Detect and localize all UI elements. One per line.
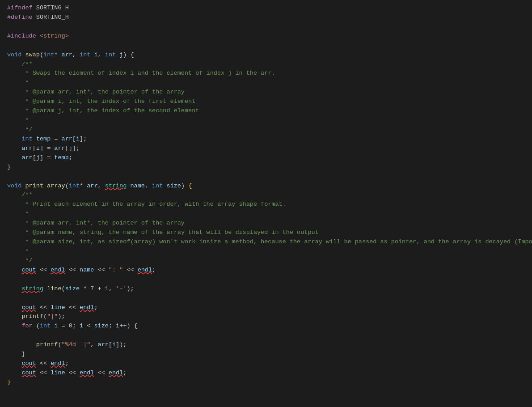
code-line-36 xyxy=(0,331,532,340)
code-line-12: * @param j, int, the index of the second… xyxy=(0,106,532,116)
code-line-10: * @param arr, int*, the pointer of the a… xyxy=(0,88,532,97)
code-line-9: * xyxy=(0,78,532,88)
code-line-42 xyxy=(0,387,532,397)
code-line-28: */ xyxy=(0,256,532,266)
code-line-7: /** xyxy=(0,60,532,69)
code-line-4: #include <string> xyxy=(0,32,532,41)
code-line-14: */ xyxy=(0,125,532,135)
code-line-3 xyxy=(0,22,532,32)
code-line-11: * @param i, int, the index of the first … xyxy=(0,97,532,106)
code-line-39: cout << endl; xyxy=(0,359,532,369)
code-line-35: for (int i = 0; i < size; i++) { xyxy=(0,322,532,331)
code-line-34: printf("|"); xyxy=(0,312,532,322)
code-line-38: } xyxy=(0,350,532,359)
code-line-1: #ifndef SORTING_H xyxy=(0,4,532,13)
code-line-26: * @param size, int, as sizeof(array) won… xyxy=(0,237,532,247)
code-line-19 xyxy=(0,172,532,182)
code-line-29: cout << endl << name << ": " << endl; xyxy=(0,266,532,275)
code-line-22: * Print each element in the array in ord… xyxy=(0,200,532,209)
code-line-32 xyxy=(0,294,532,303)
code-line-30 xyxy=(0,275,532,284)
code-line-2: #define SORTING_H xyxy=(0,13,532,22)
code-line-20: void print_array(int* arr, string name, … xyxy=(0,182,532,191)
code-line-40: cout << line << endl << endl; xyxy=(0,369,532,378)
code-line-41: } xyxy=(0,378,532,387)
code-line-5 xyxy=(0,41,532,51)
code-editor: #ifndef SORTING_H #define SORTING_H #inc… xyxy=(0,0,532,407)
code-line-6: void swap(int* arr, int i, int j) { xyxy=(0,51,532,60)
code-line-21: /** xyxy=(0,191,532,200)
code-line-18: } xyxy=(0,163,532,172)
code-line-23: * xyxy=(0,209,532,219)
code-line-15: int temp = arr[i]; xyxy=(0,135,532,144)
code-line-33: cout << line << endl; xyxy=(0,303,532,313)
code-line-8: * Swaps the element of index i and the e… xyxy=(0,69,532,78)
code-line-13: * xyxy=(0,116,532,125)
code-line-16: arr[i] = arr[j]; xyxy=(0,144,532,153)
code-line-25: * @param name, string, the name of the a… xyxy=(0,228,532,237)
code-line-37: printf("%4d |", arr[i]); xyxy=(0,340,532,350)
code-line-31: string line(size * 7 + 1, '-'); xyxy=(0,284,532,294)
code-line-27: * xyxy=(0,247,532,256)
code-line-17: arr[j] = temp; xyxy=(0,153,532,163)
code-line-24: * @param arr, int*, the pointer of the a… xyxy=(0,219,532,228)
code-line-43 xyxy=(0,397,532,406)
